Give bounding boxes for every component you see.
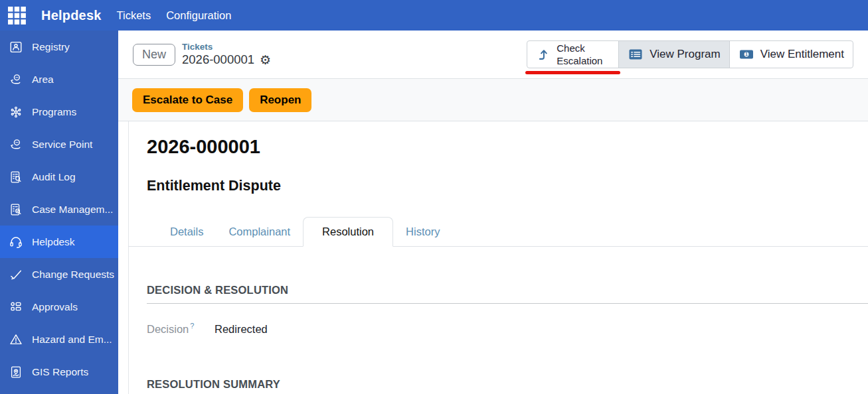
tab-resolution[interactable]: Resolution: [303, 217, 393, 247]
form-sheet: 2026-000001 Entitlement Dispute Details …: [128, 121, 868, 394]
button-label: Check Escalation: [557, 42, 610, 68]
section-divider: [147, 303, 868, 304]
escalate-to-case-button[interactable]: Escalate to Case: [132, 88, 243, 112]
check-swoosh-icon: [9, 267, 23, 282]
status-badge: New: [133, 44, 175, 66]
sidebar-item-gis-reports[interactable]: GIS Reports: [0, 356, 118, 388]
svg-text:1: 1: [745, 52, 748, 56]
headset-icon: [9, 235, 23, 249]
arrow-turn-up-icon: [536, 47, 551, 62]
warning-triangle-icon: [9, 332, 23, 347]
case-checklist-icon: [9, 202, 23, 217]
audit-checklist-icon: [9, 170, 23, 184]
decision-field-label: Decision?: [147, 322, 215, 336]
topbar: Helpdesk Tickets Configuration: [0, 0, 868, 31]
check-escalation-button[interactable]: Check Escalation: [527, 40, 619, 68]
help-marker-icon: ?: [190, 322, 194, 330]
reopen-button[interactable]: Reopen: [249, 88, 311, 112]
sidebar-item-label: Case Managem...: [32, 204, 113, 216]
statusbar: Escalate to Case Reopen: [118, 79, 868, 121]
sidebar-item-programs[interactable]: Programs: [0, 96, 118, 128]
sidebar-item-label: GIS Reports: [32, 366, 88, 378]
tabbar: Details Complainant Resolution History: [128, 217, 868, 247]
decision-field-row: Decision? Redirected: [147, 322, 868, 336]
sidebar-item-registry[interactable]: Registry: [0, 31, 118, 63]
button-label: View Program: [650, 48, 720, 61]
list-icon: [628, 46, 644, 62]
tab-details[interactable]: Details: [157, 217, 216, 247]
tab-complainant[interactable]: Complainant: [216, 217, 303, 247]
sidebar-item-service-point[interactable]: Service Point: [0, 128, 118, 161]
annotation-underline: [525, 71, 620, 74]
sidebar-item-label: Helpdesk: [32, 236, 75, 248]
sidebar-item-hazard[interactable]: Hazard and Em...: [0, 323, 118, 356]
breadcrumb-current: 2026-000001: [182, 52, 254, 67]
sidebar-item-label: Audit Log: [32, 171, 76, 183]
registry-card-icon: [9, 40, 23, 54]
banknote-icon: 1: [738, 46, 754, 62]
header-action-buttons: Check Escalation View Program 1: [527, 40, 853, 68]
section-heading-decision: DECISION & RESOLUTION: [147, 284, 868, 296]
sidebar-item-label: Programs: [32, 106, 76, 118]
kanban-icon: [9, 300, 23, 314]
sidebar-item-label: Area: [32, 74, 54, 86]
sidebar-item-change-requests[interactable]: Change Requests: [0, 258, 118, 291]
sidebar-item-label: Registry: [32, 41, 70, 53]
sidebar-item-case-management[interactable]: Case Managem...: [0, 193, 118, 226]
section-heading-resolution-summary: RESOLUTION SUMMARY: [147, 378, 868, 391]
sidebar-item-area[interactable]: Area: [0, 63, 118, 96]
main-area: New Tickets 2026-000001 ⚙ Check Escalati…: [118, 31, 868, 394]
sidebar-item-label: Change Requests: [32, 269, 114, 281]
sidebar-item-label: Service Point: [32, 139, 92, 151]
breadcrumb-parent-link[interactable]: Tickets: [182, 42, 271, 52]
topbar-menu-tickets[interactable]: Tickets: [117, 9, 151, 22]
topbar-menu-configuration[interactable]: Configuration: [166, 9, 231, 22]
brand-helpdesk[interactable]: Helpdesk: [41, 8, 102, 23]
ticket-subject-title: Entitlement Dispute: [147, 178, 868, 194]
sidebar-item-helpdesk[interactable]: Helpdesk: [0, 226, 118, 258]
sidebar-item-label: Approvals: [32, 301, 78, 313]
sidebar-item-audit-log[interactable]: Audit Log: [0, 161, 118, 193]
sidebar-item-approvals[interactable]: Approvals: [0, 291, 118, 323]
sidebar: Registry Area Programs Service Point Au: [0, 31, 118, 394]
breadcrumb: Tickets 2026-000001 ⚙: [182, 42, 271, 67]
sheet-wrap: 2026-000001 Entitlement Dispute Details …: [118, 121, 868, 394]
gear-icon[interactable]: ⚙: [260, 54, 271, 66]
view-program-button[interactable]: View Program: [618, 40, 729, 68]
page-header: New Tickets 2026-000001 ⚙ Check Escalati…: [118, 31, 868, 79]
ticket-number-title: 2026-000001: [147, 121, 868, 158]
map-report-icon: [9, 365, 23, 379]
decision-field-value[interactable]: Redirected: [215, 323, 268, 336]
view-entitlement-button[interactable]: 1 View Entitlement: [729, 40, 853, 68]
button-label: View Entitlement: [760, 48, 844, 61]
network-icon: [9, 105, 23, 119]
tab-history[interactable]: History: [393, 217, 452, 247]
sidebar-item-label: Hazard and Em...: [32, 334, 112, 346]
apps-grid-icon[interactable]: [8, 7, 26, 25]
hand-globe-icon: [9, 137, 23, 152]
hand-globe-icon: [9, 72, 23, 87]
